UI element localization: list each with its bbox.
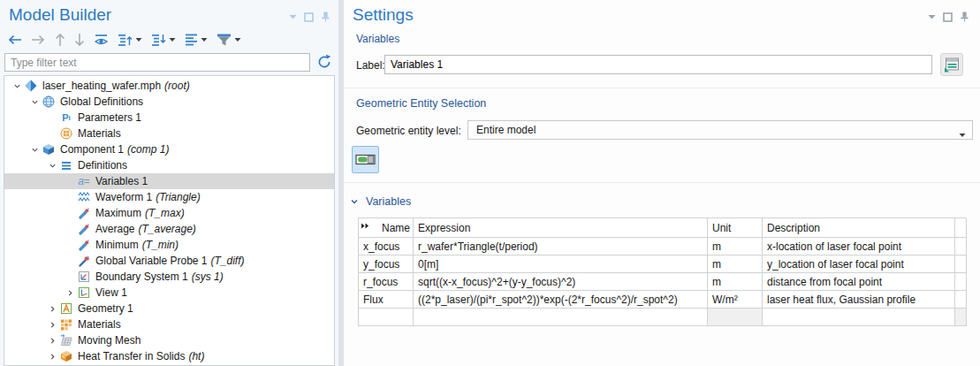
pin-icon[interactable] — [321, 11, 330, 22]
filter-funnel-button[interactable] — [217, 33, 241, 47]
settings-title: Settings — [353, 5, 414, 25]
row-marker-icon — [361, 220, 369, 233]
chevron-down-icon[interactable] — [27, 146, 42, 154]
pin-icon[interactable] — [960, 11, 969, 22]
chevron-down-icon[interactable] — [350, 194, 359, 210]
cell-expression[interactable] — [414, 309, 708, 326]
tree-item-materials-global[interactable]: Materials — [4, 126, 334, 141]
cell-name[interactable]: r_focus — [359, 273, 414, 291]
cell-description[interactable]: x-location of laser focal point — [763, 238, 955, 255]
panel-menu-caret-icon[interactable] — [289, 14, 297, 19]
float-window-icon[interactable] — [943, 12, 953, 22]
cell-description[interactable] — [763, 309, 955, 326]
tree-item-minimum[interactable]: Minimum (T_min) — [4, 237, 334, 253]
tree-item-tag: (root) — [164, 80, 190, 92]
cell-name[interactable]: Flux — [359, 291, 414, 309]
label-field-label: Label: — [356, 59, 385, 72]
cell-unit: W/m² — [708, 291, 763, 309]
move-down-button[interactable] — [74, 33, 85, 47]
rename-note-button[interactable] — [940, 53, 963, 76]
tree-item-label: Moving Mesh — [78, 334, 141, 347]
tree-item-label: Geometry 1 — [78, 302, 133, 315]
tree-item-label: Average — [95, 223, 134, 235]
cell-name[interactable] — [359, 309, 414, 326]
back-button[interactable] — [7, 34, 22, 46]
chevron-right-icon[interactable] — [45, 337, 59, 345]
component-cube-icon — [42, 143, 56, 156]
tree-item-tag: (ht) — [188, 350, 204, 362]
probe-icon — [77, 239, 91, 251]
cell-description[interactable]: distance from focal point — [763, 273, 955, 291]
tree-item-tag: (T_min) — [142, 239, 179, 251]
tree-item-maximum[interactable]: Maximum (T_max) — [4, 205, 334, 221]
forward-button[interactable] — [31, 34, 46, 46]
filter-input[interactable] — [4, 53, 310, 72]
chevron-down-icon[interactable] — [45, 162, 59, 170]
chevron-down-icon[interactable] — [10, 82, 24, 90]
dropdown-caret-icon — [169, 37, 176, 42]
tree-item-view-1[interactable]: View 1 — [4, 285, 334, 301]
node-text-button[interactable] — [185, 33, 208, 47]
tree-item-global-variable-probe-1[interactable]: Global Variable Probe 1 (T_diff) — [4, 253, 334, 269]
tree-item-moving-mesh[interactable]: Moving Mesh — [4, 332, 334, 348]
tree-item-definitions[interactable]: Definitions — [4, 157, 334, 173]
chevron-right-icon[interactable] — [45, 305, 59, 313]
tree-item-geometry-1[interactable]: Geometry 1 — [4, 301, 334, 316]
tree-item-label: Heat Transfer in Solids — [78, 350, 185, 362]
cell-expression[interactable]: ((2*p_laser)/(pi*r_spot^2))*exp(-(2*r_fo… — [414, 291, 708, 309]
column-header-unit: Unit — [708, 218, 763, 238]
cell-end — [955, 273, 967, 291]
panel-menu-caret-icon[interactable] — [928, 14, 936, 19]
label-input[interactable] — [384, 55, 932, 74]
move-up-button[interactable] — [55, 33, 65, 47]
tree-item-label: Boundary System 1 — [95, 271, 188, 283]
geometric-entity-level-select[interactable]: Entire model — [467, 120, 973, 140]
cell-description[interactable]: laser heat flux, Gaussian profile — [763, 291, 955, 309]
tree-item-label: View 1 — [95, 286, 127, 299]
collapse-all-button[interactable] — [151, 33, 176, 47]
tree-item-tag: (T_max) — [145, 207, 185, 219]
model-root-icon — [24, 80, 38, 92]
cell-description[interactable]: y_location of laser focal point — [763, 255, 955, 273]
tree-item-global-definitions[interactable]: Global Definitions — [4, 94, 334, 110]
table-row: Flux ((2*p_laser)/(pi*r_spot^2))*exp(-(2… — [359, 291, 967, 309]
chevron-right-icon[interactable] — [63, 289, 77, 297]
boundary-system-icon — [77, 271, 91, 283]
chevron-right-icon[interactable] — [45, 321, 59, 329]
tree-item-component-1[interactable]: Component 1 (comp 1) — [4, 141, 334, 157]
cell-name[interactable]: x_focus — [359, 238, 414, 255]
tree-item-root[interactable]: laser_heating_wafer.mph (root) — [4, 78, 334, 94]
chevron-right-icon[interactable] — [45, 353, 59, 361]
tree-item-label: Parameters 1 — [78, 111, 141, 124]
cell-unit: m — [708, 273, 763, 291]
tree-item-label: Materials — [78, 318, 121, 331]
view-icon — [77, 286, 91, 299]
chevron-down-icon[interactable] — [27, 98, 42, 106]
column-header-description: Description — [763, 218, 955, 238]
cell-expression[interactable]: sqrt((x-x_focus)^2+(y-y_focus)^2) — [414, 273, 708, 291]
refresh-icon[interactable] — [316, 54, 332, 73]
cell-expression[interactable]: r_wafer*Triangle(t/period) — [414, 238, 708, 255]
tree-item-label: Global Variable Probe 1 — [95, 255, 208, 267]
tree-item-waveform-1[interactable]: Waveform 1 (Triangle) — [4, 189, 334, 205]
tree-item-parameters-1[interactable]: Pi Parameters 1 — [4, 110, 334, 126]
dropdown-caret-icon — [201, 37, 208, 42]
active-selection-toggle-button[interactable] — [352, 146, 379, 173]
settings-panel: Settings Variables Label: Geometric Enti… — [344, 0, 980, 366]
float-window-icon[interactable] — [304, 12, 314, 22]
show-eye-button[interactable] — [94, 34, 109, 47]
tree-item-average[interactable]: Average (T_average) — [4, 221, 334, 237]
tree-item-heat-transfer-in-solids[interactable]: Heat Transfer in Solids (ht) — [4, 348, 334, 364]
cell-expression[interactable]: 0[m] — [414, 255, 708, 273]
tree-item-variables-1[interactable]: a= Variables 1 — [4, 173, 334, 189]
heat-transfer-cube-icon — [59, 350, 73, 362]
expand-all-button[interactable] — [118, 33, 142, 47]
model-builder-toolbar — [7, 30, 241, 50]
table-row: y_focus 0[m] m y_location of laser focal… — [359, 255, 967, 273]
cell-end — [955, 291, 967, 309]
tree-item-boundary-system-1[interactable]: Boundary System 1 (sys 1) — [4, 269, 334, 285]
cell-name[interactable]: y_focus — [359, 255, 414, 273]
probe-icon — [77, 207, 91, 219]
tree-item-materials-component[interactable]: Materials — [4, 316, 334, 332]
tree-item-label: Definitions — [78, 159, 127, 172]
